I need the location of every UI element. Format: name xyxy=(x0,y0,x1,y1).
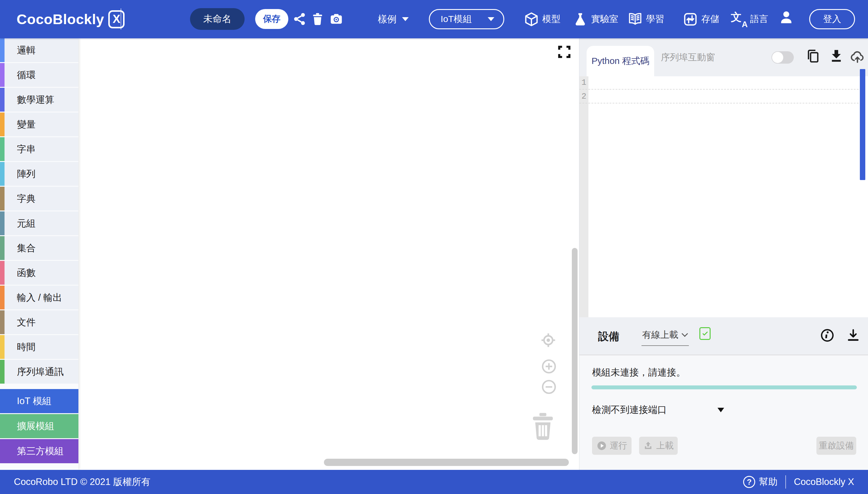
category-color-stripe xyxy=(0,211,4,235)
category-color-stripe xyxy=(0,310,4,334)
category-color-stripe xyxy=(0,335,4,359)
sidebar-item-functions[interactable]: 函數 xyxy=(0,261,78,285)
sidebar-item-files[interactable]: 文件 xyxy=(0,310,78,334)
user-avatar-icon[interactable] xyxy=(779,10,794,25)
question-mark-icon: ? xyxy=(743,476,755,488)
code-tabbar: Python 程式碼 序列埠互動窗 xyxy=(579,38,868,76)
storage-transfer-icon xyxy=(682,12,698,27)
category-color-stripe xyxy=(0,38,4,62)
sidebar-item-strings[interactable]: 字串 xyxy=(0,137,78,161)
workspace-trash-icon[interactable] xyxy=(529,411,557,442)
sidebar-item-sets[interactable]: 集合 xyxy=(0,236,78,260)
run-button[interactable]: 運行 xyxy=(592,437,632,455)
upload-button[interactable]: 上載 xyxy=(639,437,678,455)
footer: CocoRobo LTD © 2021 版權所有 ? 幫助 CocoBlockl… xyxy=(0,470,868,494)
category-color-stripe xyxy=(0,162,4,186)
nav-learn[interactable]: 學習 xyxy=(627,0,664,38)
vertical-scrollbar[interactable] xyxy=(572,248,578,454)
upload-mode-dropdown[interactable]: 有線上載 xyxy=(641,329,689,346)
python-code-editor[interactable]: 1 2 xyxy=(579,76,868,317)
header: CocoBlockly X 未命名 保存 樣例 IoT模組 模型 xyxy=(0,0,868,38)
project-name-field[interactable]: 未命名 xyxy=(190,8,245,30)
category-color-stripe xyxy=(0,63,4,87)
sidebar-item-dictionaries[interactable]: 字典 xyxy=(0,187,78,210)
copyright-text: CocoRobo LTD © 2021 版權所有 xyxy=(14,476,151,488)
sidebar-item-third-party-modules[interactable]: 第三方模組 xyxy=(0,439,78,463)
cube-icon xyxy=(524,12,539,27)
translate-icon: 文 A xyxy=(731,11,747,27)
nav-lab[interactable]: 實驗室 xyxy=(573,0,618,38)
sidebar-item-iot-modules[interactable]: IoT 模組 xyxy=(0,389,78,413)
category-color-stripe xyxy=(0,88,4,112)
save-button[interactable]: 保存 xyxy=(255,9,288,29)
cocoblockly-app: CocoBlockly X 未命名 保存 樣例 IoT模組 模型 xyxy=(0,0,868,494)
upload-button-label: 上載 xyxy=(656,440,674,452)
login-button[interactable]: 登入 xyxy=(809,9,855,29)
restart-button-label: 重啟設備 xyxy=(819,440,854,452)
sidebar-item-math[interactable]: 數學運算 xyxy=(0,88,78,112)
sidebar-item-tuples[interactable]: 元組 xyxy=(0,211,78,235)
nav-language[interactable]: 文 A 語言 xyxy=(731,0,768,38)
help-label: 幫助 xyxy=(759,476,777,488)
device-download-icon[interactable] xyxy=(846,328,861,343)
nav-storage-label: 存儲 xyxy=(701,13,719,25)
horizontal-scrollbar[interactable] xyxy=(324,459,569,466)
nav-lab-label: 實驗室 xyxy=(591,13,618,25)
caret-down-icon xyxy=(717,408,724,412)
tab-python-code[interactable]: Python 程式碼 xyxy=(586,46,654,76)
right-panel: Python 程式碼 序列埠互動窗 1 2 xyxy=(579,38,868,470)
module-select-dropdown[interactable]: IoT模組 xyxy=(429,9,504,29)
sidebar-item-time[interactable]: 時間 xyxy=(0,335,78,359)
sidebar-item-input-output[interactable]: 輸入 / 輸出 xyxy=(0,286,78,309)
chevron-down-icon xyxy=(681,330,688,337)
play-icon xyxy=(597,441,607,451)
category-color-stripe xyxy=(0,113,4,136)
sidebar-item-logic[interactable]: 邏輯 xyxy=(0,38,78,62)
code-view-toggle[interactable] xyxy=(771,51,794,64)
line-number-gutter xyxy=(579,76,589,317)
nav-storage[interactable]: 存儲 xyxy=(682,0,719,38)
blockly-workspace[interactable] xyxy=(78,38,579,470)
zoom-in-icon[interactable] xyxy=(541,359,557,374)
copy-code-icon[interactable] xyxy=(805,48,821,65)
module-select-value: IoT模組 xyxy=(441,13,472,25)
sidebar-item-loops[interactable]: 循環 xyxy=(0,63,78,87)
nav-model-label: 模型 xyxy=(542,13,560,25)
cloud-upload-icon[interactable] xyxy=(850,48,865,65)
device-panel-header: 設備 有線上載 xyxy=(579,317,868,355)
port-select-dropdown[interactable]: 檢測不到連接端口 xyxy=(592,403,724,416)
category-color-stripe xyxy=(0,360,4,384)
sidebar-item-serial-comm[interactable]: 序列埠通訊 xyxy=(0,360,78,384)
toggle-knob xyxy=(772,52,783,63)
delete-project-icon[interactable] xyxy=(310,12,325,26)
zoom-out-icon[interactable] xyxy=(541,379,557,395)
download-code-icon[interactable] xyxy=(829,48,844,65)
sidebar-item-extension-modules[interactable]: 擴展模組 xyxy=(0,414,78,438)
sidebar-item-variables[interactable]: 變量 xyxy=(0,113,78,136)
device-panel: 設備 有線上載 模組未連接，請連接。 檢測不到連接端口 xyxy=(579,317,868,470)
center-focus-icon[interactable] xyxy=(540,332,556,348)
screenshot-camera-icon[interactable] xyxy=(329,12,344,26)
code-line: 2 xyxy=(579,90,862,103)
device-info-icon[interactable] xyxy=(820,328,834,343)
device-title: 設備 xyxy=(598,329,619,343)
fullscreen-icon[interactable] xyxy=(557,45,571,59)
app-logo: CocoBlockly X xyxy=(17,0,124,38)
code-line: 1 xyxy=(579,76,862,90)
logo-x-badge: X xyxy=(108,10,124,28)
help-link[interactable]: ? 幫助 xyxy=(743,476,777,488)
open-book-icon xyxy=(627,12,643,27)
restart-device-button[interactable]: 重啟設備 xyxy=(816,437,856,455)
nav-learn-label: 學習 xyxy=(646,13,664,25)
category-color-stripe xyxy=(0,187,4,210)
footer-divider xyxy=(785,475,786,489)
tab-serial-monitor[interactable]: 序列埠互動窗 xyxy=(661,38,715,76)
upload-icon xyxy=(643,441,653,451)
footer-brand: CocoBlockly X xyxy=(794,476,854,487)
examples-menu[interactable]: 樣例 xyxy=(378,0,409,38)
code-scrollbar[interactable] xyxy=(860,69,865,180)
sidebar-item-arrays[interactable]: 陣列 xyxy=(0,162,78,186)
upload-mode-checkbox[interactable] xyxy=(699,327,711,340)
share-icon[interactable] xyxy=(292,12,307,26)
nav-model[interactable]: 模型 xyxy=(524,0,560,38)
